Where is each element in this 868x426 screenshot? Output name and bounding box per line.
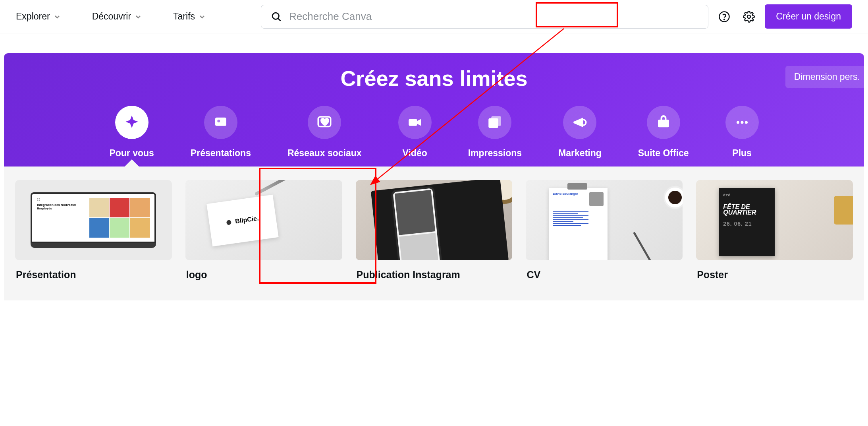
- office-icon: [647, 106, 680, 139]
- video-icon: [398, 106, 432, 139]
- nav-explore[interactable]: Explorer: [16, 11, 60, 22]
- nav-links: Explorer Découvrir Tarifs: [16, 11, 205, 22]
- template-presentation[interactable]: Intégration des Nouveaux Employés Présen…: [15, 180, 172, 281]
- template-thumbnail: Intégration des Nouveaux Employés: [15, 180, 172, 260]
- header-actions: Créer un design: [716, 4, 852, 29]
- template-label: Publication Instagram: [356, 269, 513, 281]
- presentations-icon: [204, 106, 237, 139]
- custom-dimensions-button[interactable]: Dimension pers.: [785, 66, 864, 88]
- nav-pricing[interactable]: Tarifs: [173, 11, 205, 22]
- svg-point-3: [747, 15, 750, 18]
- category-office[interactable]: Suite Office: [638, 106, 689, 159]
- for-you-icon: [115, 106, 149, 139]
- mock-logo-brand: BlipCie.: [235, 215, 259, 225]
- category-presentations[interactable]: Présentations: [191, 106, 251, 159]
- category-more[interactable]: Plus: [725, 106, 759, 159]
- template-thumbnail: [356, 180, 513, 260]
- gear-icon: [743, 11, 755, 23]
- help-icon: [718, 11, 730, 23]
- hero-banner: Créez sans limites Dimension pers. Pour …: [4, 53, 864, 167]
- mock-laptop-title: Intégration des Nouveaux Employés: [37, 203, 87, 211]
- template-label: Présentation: [15, 269, 172, 281]
- svg-rect-9: [492, 116, 502, 126]
- chevron-down-icon: [135, 14, 141, 20]
- nav-discover-label: Découvrir: [92, 11, 131, 22]
- chevron-down-icon: [54, 14, 60, 20]
- category-print[interactable]: Impressions: [468, 106, 522, 159]
- svg-point-11: [737, 121, 739, 124]
- nav-discover[interactable]: Découvrir: [92, 11, 141, 22]
- template-poster[interactable]: ÉTÉ FÊTE DEQUARTIER 26. 06. 21 Poster: [696, 180, 853, 281]
- category-label: Pour vous: [109, 148, 154, 159]
- template-instagram-post[interactable]: Publication Instagram: [356, 180, 513, 281]
- search-icon: [271, 11, 282, 22]
- template-cv[interactable]: David Boulanger CV: [526, 180, 683, 281]
- templates-row: Intégration des Nouveaux Employés Présen…: [4, 167, 864, 300]
- svg-point-5: [217, 120, 220, 122]
- chevron-down-icon: [199, 14, 205, 20]
- create-design-button[interactable]: Créer un design: [765, 4, 852, 29]
- category-marketing[interactable]: Marketing: [558, 106, 602, 159]
- search-bar[interactable]: [261, 5, 708, 29]
- mock-poster-title-2: QUARTIER: [723, 209, 756, 216]
- template-logo[interactable]: BlipCie. logo: [185, 180, 342, 281]
- more-icon: [725, 106, 759, 139]
- category-label: Vidéo: [403, 148, 427, 159]
- svg-point-13: [745, 121, 748, 124]
- category-tabs: Pour vous Présentations Réseaux sociaux …: [4, 106, 864, 167]
- template-label: logo: [185, 269, 342, 281]
- category-label: Marketing: [558, 148, 602, 159]
- category-label: Réseaux sociaux: [287, 148, 362, 159]
- nav-explore-label: Explorer: [16, 11, 50, 22]
- search-input[interactable]: [289, 10, 698, 23]
- mock-poster-top: ÉTÉ: [723, 194, 771, 197]
- category-for-you[interactable]: Pour vous: [109, 106, 154, 159]
- svg-rect-10: [658, 120, 669, 127]
- header-bar: Explorer Découvrir Tarifs Créer un desig…: [0, 0, 868, 33]
- nav-pricing-label: Tarifs: [173, 11, 195, 22]
- svg-point-2: [724, 19, 725, 19]
- template-thumbnail: David Boulanger: [526, 180, 683, 260]
- template-label: Poster: [696, 269, 853, 281]
- template-thumbnail: BlipCie.: [185, 180, 342, 260]
- category-label: Plus: [732, 148, 752, 159]
- settings-button[interactable]: [740, 8, 758, 25]
- template-thumbnail: ÉTÉ FÊTE DEQUARTIER 26. 06. 21: [696, 180, 853, 260]
- help-button[interactable]: [716, 8, 733, 25]
- marketing-icon: [563, 106, 596, 139]
- social-icon: [308, 106, 341, 139]
- print-icon: [478, 106, 511, 139]
- category-social[interactable]: Réseaux sociaux: [287, 106, 362, 159]
- svg-rect-7: [409, 119, 417, 126]
- category-label: Impressions: [468, 148, 522, 159]
- mock-poster-date: 26. 06. 21: [723, 221, 771, 227]
- template-label: CV: [526, 269, 683, 281]
- svg-point-0: [272, 13, 279, 19]
- category-video[interactable]: Vidéo: [398, 106, 432, 159]
- hero-title: Créez sans limites: [4, 66, 864, 106]
- category-label: Suite Office: [638, 148, 689, 159]
- category-label: Présentations: [191, 148, 251, 159]
- svg-point-12: [741, 121, 743, 124]
